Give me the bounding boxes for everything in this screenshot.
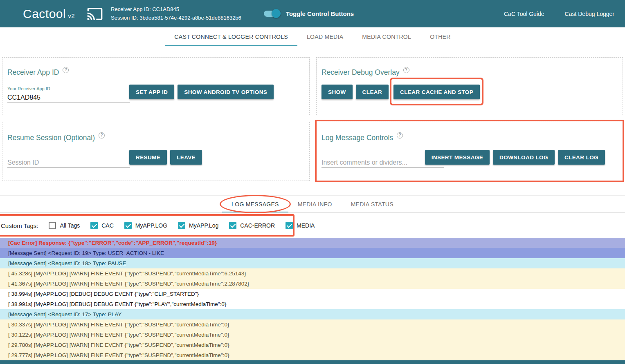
log-message-list: [Cac Error] Response: {"type":"ERROR","c…: [0, 238, 625, 360]
app-header: Cactoolv2 Receiver App ID: CC1AD845 Sess…: [0, 0, 625, 27]
clear-cache-annotation-wrap: CLEAR CACHE AND STOP: [393, 85, 480, 99]
tag-label: CAC-ERROR: [240, 222, 275, 229]
download-log-button[interactable]: DOWNLOAD LOG: [493, 150, 555, 165]
cast-icon: [85, 6, 104, 22]
checkbox-checked-icon[interactable]: [178, 222, 185, 229]
panel-title-text: Receiver Debug Overlay: [321, 68, 400, 77]
control-buttons-toggle[interactable]: [264, 11, 279, 17]
resume-session-panel: Resume Session (Optional) ? RESUME LEAVE: [2, 122, 310, 181]
help-icon[interactable]: ?: [403, 67, 409, 73]
checkbox-checked-icon[interactable]: [286, 222, 293, 229]
panel-title: Receiver App ID ?: [7, 68, 69, 77]
log-row-warn: [ 45.328s] [MyAPP.LOG] [WARN] FINE EVENT…: [0, 268, 625, 279]
log-row-debug: [ 38.991s] [MyAPP.LOG] [DEBUG] DEBUG EVE…: [0, 299, 625, 309]
log-row-warn: [ 29.780s] [MyAPP.LOG] [WARN] FINE EVENT…: [0, 340, 625, 350]
custom-tags-caption: Custom Tags:: [1, 222, 38, 229]
session-id-input[interactable]: [7, 157, 130, 168]
log-row-message-sent: [Message Sent] <Request ID: 18> Type: PA…: [0, 258, 625, 268]
tab-media-status[interactable]: MEDIA STATUS: [342, 196, 403, 212]
receiver-app-id-field-label: Your Receiver App ID: [7, 86, 130, 91]
receiver-app-id-input[interactable]: [7, 92, 130, 103]
tag-label: MyAPP.Log: [189, 222, 218, 229]
tag-label: All Tags: [60, 222, 80, 229]
tag-myapp-log-upper[interactable]: MyAPP.LOG: [124, 222, 167, 229]
tag-label: MEDIA: [297, 222, 315, 229]
panel-title: Receiver Debug Overlay ?: [321, 68, 409, 77]
active-tab-underline: [165, 45, 297, 46]
tab-label: LOG MESSAGES: [232, 201, 279, 208]
receiver-app-id-field: Your Receiver App ID: [7, 86, 130, 103]
tab-other[interactable]: OTHER: [420, 27, 460, 46]
tab-label: CAST CONNECT & LOGGER CONTROLS: [174, 33, 288, 40]
show-overlay-button[interactable]: SHOW: [321, 85, 353, 99]
tab-cast-connect-logger-controls[interactable]: CAST CONNECT & LOGGER CONTROLS: [165, 27, 297, 46]
tab-label: LOAD MEDIA: [307, 33, 343, 40]
log-row-debug: [ 38.994s] [MyAPP.LOG] [DEBUG] DEBUG EVE…: [0, 289, 625, 299]
help-icon[interactable]: ?: [63, 67, 69, 73]
tab-load-media[interactable]: LOAD MEDIA: [297, 27, 353, 46]
footer-bar: [0, 360, 625, 364]
custom-tags-row: Custom Tags: All Tags CAC MyAPP.LOG MyAP…: [0, 215, 625, 236]
tag-media[interactable]: MEDIA: [286, 222, 315, 229]
toggle-knob[interactable]: [272, 9, 281, 18]
log-tab-bar: LOG MESSAGES MEDIA INFO MEDIA STATUS: [0, 195, 625, 213]
tag-label: CAC: [101, 222, 114, 229]
panel-title: Resume Session (Optional) ?: [7, 134, 105, 142]
session-info: Receiver App ID: CC1AD845 Session ID: 3b…: [111, 5, 241, 22]
receiver-app-id-buttons: SET APP ID SHOW ANDROID TV OPTIONS: [129, 85, 274, 99]
checkbox-unchecked-icon[interactable]: [49, 222, 56, 229]
resume-button[interactable]: RESUME: [129, 150, 167, 165]
header-links: CaC Tool Guide Cast Debug Logger: [504, 11, 614, 17]
toggle-control-buttons: Toggle Control Buttons: [264, 10, 354, 17]
insert-message-button[interactable]: INSERT MESSAGE: [425, 150, 490, 165]
panel-title-text: Log Message Controls: [321, 134, 393, 142]
clear-cache-and-stop-button[interactable]: CLEAR CACHE AND STOP: [393, 85, 480, 99]
active-tab-underline: [222, 212, 288, 212]
log-row-message-sent: [Message Sent] <Request ID: 17> Type: PL…: [0, 309, 625, 319]
receiver-app-id-info: Receiver App ID: CC1AD845: [111, 5, 241, 13]
cac-tool-guide-link[interactable]: CaC Tool Guide: [504, 11, 544, 17]
tab-media-info[interactable]: MEDIA INFO: [288, 196, 342, 212]
cast-debug-logger-link[interactable]: Cast Debug Logger: [565, 11, 614, 17]
toggle-label: Toggle Control Buttons: [286, 10, 354, 17]
panel-title: Log Message Controls ?: [321, 134, 403, 142]
log-message-controls-panel: Log Message Controls ? INSERT MESSAGE DO…: [316, 122, 623, 181]
tag-all-tags[interactable]: All Tags: [49, 222, 80, 229]
receiver-debug-overlay-panel: Receiver Debug Overlay ? SHOW CLEAR CLEA…: [316, 57, 623, 115]
help-icon[interactable]: ?: [99, 132, 105, 138]
tab-log-messages[interactable]: LOG MESSAGES: [222, 196, 288, 212]
checkbox-checked-icon[interactable]: [90, 222, 98, 229]
checkbox-checked-icon[interactable]: [124, 222, 132, 229]
resume-session-field: [7, 157, 130, 168]
resume-session-buttons: RESUME LEAVE: [129, 150, 202, 165]
main-tab-bar: CAST CONNECT & LOGGER CONTROLS LOAD MEDI…: [0, 27, 625, 46]
set-app-id-button[interactable]: SET APP ID: [129, 85, 174, 99]
clear-log-button[interactable]: CLEAR LOG: [558, 150, 605, 165]
debug-overlay-buttons: SHOW CLEAR CLEAR CACHE AND STOP: [321, 85, 480, 99]
checkbox-checked-icon[interactable]: [229, 222, 236, 229]
log-row-message-sent: [Message Sent] <Request ID: 19> Type: US…: [0, 248, 625, 258]
tab-label: OTHER: [430, 33, 451, 40]
log-row-warn: [ 30.337s] [MyAPP.LOG] [WARN] FINE EVENT…: [0, 319, 625, 330]
tag-cac-error[interactable]: CAC-ERROR: [229, 222, 275, 229]
control-panels: Receiver App ID ? Your Receiver App ID S…: [0, 57, 625, 181]
help-icon[interactable]: ?: [397, 132, 403, 138]
log-row-warn: [ 29.777s] [MyAPP.LOG] [WARN] FINE EVENT…: [0, 350, 625, 360]
tab-label: MEDIA STATUS: [351, 201, 393, 208]
log-row-warn: [ 41.367s] [MyAPP.LOG] [WARN] FINE EVENT…: [0, 279, 625, 289]
log-message-buttons: INSERT MESSAGE DOWNLOAD LOG CLEAR LOG: [425, 150, 605, 165]
log-row-warn: [ 30.122s] [MyAPP.LOG] [WARN] FINE EVENT…: [0, 330, 625, 340]
tag-label: MyAPP.LOG: [135, 222, 167, 229]
tab-media-control[interactable]: MEDIA CONTROL: [353, 27, 420, 46]
tag-cac[interactable]: CAC: [90, 222, 114, 229]
session-id-info: Session ID: 3bdea581-574e-4292-a8be-51de…: [111, 14, 241, 22]
leave-button[interactable]: LEAVE: [170, 150, 202, 165]
log-row-cac-error: [Cac Error] Response: {"type":"ERROR","c…: [0, 238, 625, 248]
clear-overlay-button[interactable]: CLEAR: [356, 85, 389, 99]
show-android-tv-options-button[interactable]: SHOW ANDROID TV OPTIONS: [178, 85, 274, 99]
app-logo: Cactoolv2: [23, 7, 75, 21]
panel-title-text: Receiver App ID: [7, 68, 59, 77]
app-logo-version: v2: [68, 12, 75, 19]
tab-label: MEDIA INFO: [298, 201, 332, 208]
tag-myapp-log-mixed[interactable]: MyAPP.Log: [178, 222, 218, 229]
